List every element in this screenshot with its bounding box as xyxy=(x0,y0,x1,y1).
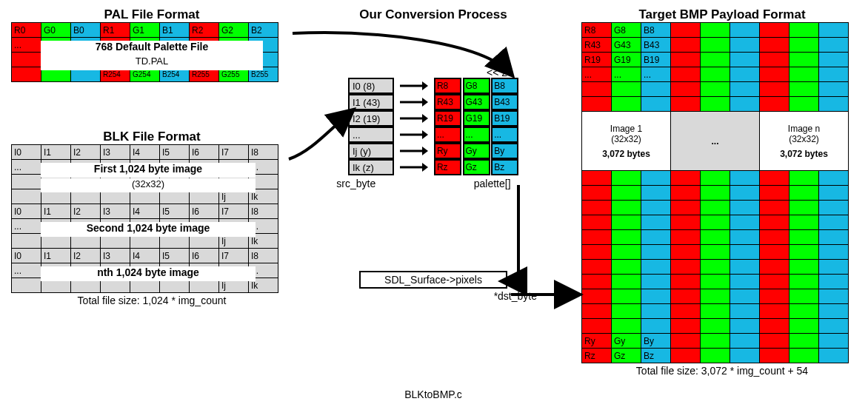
arrow-icon xyxy=(400,127,428,142)
pal-By: By xyxy=(491,143,518,159)
pal-dots: ... xyxy=(463,127,490,143)
blk-cell: I7 xyxy=(219,204,249,219)
bmp-block1-title: Image 1 xyxy=(584,124,668,134)
pal-dots: ... xyxy=(434,127,461,143)
blk-cell: I6 xyxy=(190,145,219,160)
pal-Gz: Gz xyxy=(463,159,490,175)
bmp-section: Target BMP Payload Format R8 G8 B8 R43 G… xyxy=(581,7,863,377)
blk-dots: ... xyxy=(12,263,41,278)
blk-cell: I0 xyxy=(12,249,41,263)
arrow-icon xyxy=(400,160,428,175)
pal-section: PAL File Format R0 G0 B0 R1 G1 B1 R2 G2 … xyxy=(11,7,293,82)
sdl-surface-box: SDL_Surface->pixels xyxy=(359,271,507,289)
bmp-cell-dots: ... xyxy=(612,67,641,82)
palette-label: palette[] xyxy=(451,178,533,189)
srcbyte-I2: I2 (19) xyxy=(348,110,394,127)
svg-marker-3 xyxy=(422,98,428,107)
arrow-icon xyxy=(400,78,428,93)
pal-title: PAL File Format xyxy=(11,7,293,22)
blk-cell: I6 xyxy=(190,204,219,219)
pal-cell-G2: G2 xyxy=(219,23,249,38)
srcbyte-label: src_byte xyxy=(333,178,379,189)
bmp-cell: Rz xyxy=(582,349,612,363)
blk-cell: I4 xyxy=(130,145,160,160)
srcbyte-Ij: Ij (y) xyxy=(348,143,394,159)
blk-cell: I8 xyxy=(249,145,278,160)
pal-R8: R8 xyxy=(434,78,461,94)
blk-cell: I0 xyxy=(12,145,41,160)
blk-cell: I5 xyxy=(160,204,190,219)
pal-Ry: Ry xyxy=(434,143,461,159)
bmp-cell: Gz xyxy=(612,349,641,363)
pal-dots-left: ... xyxy=(12,38,41,53)
bmp-block1-size: (32x32) xyxy=(584,134,668,144)
blk-cell: I3 xyxy=(101,204,130,219)
pal-dots: ... xyxy=(491,127,518,143)
blk-cell: I3 xyxy=(101,145,130,160)
srcbyte-I1: I1 (43) xyxy=(348,94,394,110)
bmp-blocks-sep: ... xyxy=(671,112,760,171)
pal-R43: R43 xyxy=(434,94,461,110)
conversion-section: Our Conversion Process << 2 I0 (8) R8 G8… xyxy=(322,7,544,302)
blk-cell: I1 xyxy=(41,249,71,263)
blk-cell: I0 xyxy=(12,204,41,219)
pal-cell-R0: R0 xyxy=(12,23,41,38)
pal-R19: R19 xyxy=(434,110,461,127)
bmp-cell: Ry xyxy=(582,334,612,349)
bmp-total: Total file size: 3,072 * img_count + 54 xyxy=(581,365,863,377)
blk-cell: I2 xyxy=(71,249,101,263)
blk-cell: I1 xyxy=(41,204,71,219)
bmp-cell: By xyxy=(641,334,671,349)
blk-img1-size: (32x32) xyxy=(41,178,256,192)
pal-B43: B43 xyxy=(491,94,518,110)
pal-Gy: Gy xyxy=(463,143,490,159)
blk-cell: I8 xyxy=(249,249,278,263)
blk-imgn-label: nth 1,024 byte image xyxy=(41,266,256,281)
pal-B19: B19 xyxy=(491,110,518,127)
blk-dots: ... xyxy=(12,160,41,175)
pal-G8: G8 xyxy=(463,78,490,94)
bmp-cell-dots: ... xyxy=(641,67,671,82)
blk-cell: I6 xyxy=(190,249,219,263)
bmp-cell: B43 xyxy=(641,38,671,53)
bmp-cell: R43 xyxy=(582,38,612,53)
blk-cell: I7 xyxy=(219,145,249,160)
blk-cell: I4 xyxy=(130,249,160,263)
pal-overlay-file: TD.PAL xyxy=(41,56,263,70)
svg-marker-1 xyxy=(422,81,428,90)
bmp-blockn-title: Image n xyxy=(762,124,846,134)
pal-cell-B1: B1 xyxy=(160,23,190,38)
blk-cell: I2 xyxy=(71,204,101,219)
pal-G19: G19 xyxy=(463,110,490,127)
blk-img2-label: Second 1,024 byte image xyxy=(41,222,256,237)
bmp-cell: B19 xyxy=(641,53,671,67)
srcbyte-dots: ... xyxy=(348,127,394,143)
blk-section: BLK File Format I0 I1 I2 I3 I4 I5 I6 I7 … xyxy=(11,130,293,306)
bmp-blockn-bytes: 3,072 bytes xyxy=(762,149,846,159)
arrow-icon xyxy=(400,111,428,126)
bmp-cell-dots: ... xyxy=(582,67,612,82)
bmp-cell: R19 xyxy=(582,53,612,67)
blk-cell: I8 xyxy=(249,204,278,219)
pal-cell-B0: B0 xyxy=(71,23,101,38)
bmp-cell: G43 xyxy=(612,38,641,53)
svg-marker-5 xyxy=(422,114,428,123)
source-file-label: BLKtoBMP.c xyxy=(322,388,544,400)
bmp-cell: R8 xyxy=(582,23,612,38)
svg-marker-11 xyxy=(422,163,428,172)
conversion-title: Our Conversion Process xyxy=(322,7,544,22)
pal-B8: B8 xyxy=(491,78,518,94)
bmp-blockn-size: (32x32) xyxy=(762,134,846,144)
svg-marker-7 xyxy=(422,130,428,139)
pal-cell-B2: B2 xyxy=(249,23,278,38)
blk-cell: I4 xyxy=(130,204,160,219)
bmp-cell: Gy xyxy=(612,334,641,349)
blk-cell: I7 xyxy=(219,249,249,263)
arrow-icon xyxy=(400,95,428,110)
pal-Rz: Rz xyxy=(434,159,461,175)
pal-Bz: Bz xyxy=(491,159,518,175)
pal-cell-R1: R1 xyxy=(101,23,130,38)
bmp-title: Target BMP Payload Format xyxy=(581,7,863,22)
blk-cell: I1 xyxy=(41,145,71,160)
dstbyte-label: *dst_byte xyxy=(322,290,544,302)
